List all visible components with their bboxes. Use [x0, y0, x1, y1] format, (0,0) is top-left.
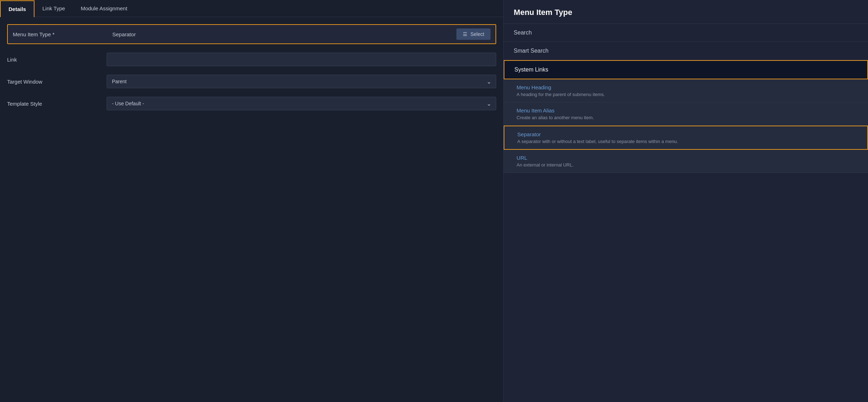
menu-category-system-links[interactable]: System Links [504, 60, 868, 79]
link-label: Link [7, 57, 107, 63]
target-window-select-wrap: Parent New Window Same Window [107, 75, 496, 88]
submenu-item-separator-title: Separator [517, 131, 857, 137]
template-style-row: Template Style - Use Default - Beez3 Ato… [7, 97, 496, 110]
menu-category-search[interactable]: Search [504, 24, 868, 42]
template-style-label: Template Style [7, 101, 107, 107]
menu-item-type-row: Menu Item Type * Separator ☰ Select [7, 24, 496, 44]
submenu-item-url[interactable]: URL An external or internal URL. [504, 150, 868, 173]
submenu-item-separator[interactable]: Separator A separator with or without a … [504, 126, 868, 150]
tabs-bar: Details Link Type Module Assignment [0, 0, 503, 17]
target-window-label: Target Window [7, 79, 107, 85]
select-button-label: Select [470, 31, 484, 37]
submenu-item-menu-item-alias[interactable]: Menu Item Alias Create an alias to anoth… [504, 102, 868, 126]
submenu-item-menu-item-alias-title: Menu Item Alias [516, 107, 858, 113]
submenu-item-separator-desc: A separator with or without a text label… [517, 139, 857, 144]
target-window-row: Target Window Parent New Window Same Win… [7, 75, 496, 88]
submenu-item-url-title: URL [516, 155, 858, 161]
template-style-select-wrap: - Use Default - Beez3 Atomic [107, 97, 496, 110]
submenu-item-menu-item-alias-desc: Create an alias to another menu item. [516, 115, 858, 120]
main-container: Details Link Type Module Assignment Menu… [0, 0, 868, 402]
tab-details[interactable]: Details [0, 0, 34, 17]
select-button[interactable]: ☰ Select [456, 28, 491, 40]
target-window-select[interactable]: Parent New Window Same Window [107, 75, 496, 88]
link-row: Link [7, 53, 496, 66]
left-panel: Details Link Type Module Assignment Menu… [0, 0, 503, 402]
submenu-item-menu-heading[interactable]: Menu Heading A heading for the parent of… [504, 79, 868, 102]
menu-item-type-value: Separator [112, 31, 456, 37]
link-input[interactable] [107, 53, 496, 66]
right-panel-title: Menu Item Type [504, 0, 868, 24]
submenu-system-links: Menu Heading A heading for the parent of… [504, 79, 868, 173]
menu-item-type-label: Menu Item Type * [13, 31, 112, 37]
menu-category-smart-search[interactable]: Smart Search [504, 42, 868, 60]
submenu-item-menu-heading-title: Menu Heading [516, 84, 858, 90]
list-icon: ☰ [463, 31, 467, 37]
link-input-wrap [107, 53, 496, 66]
tab-link-type[interactable]: Link Type [34, 0, 73, 16]
right-panel: Menu Item Type Search Smart Search Syste… [503, 0, 868, 402]
template-style-select[interactable]: - Use Default - Beez3 Atomic [107, 97, 496, 110]
submenu-item-url-desc: An external or internal URL. [516, 162, 858, 168]
tab-module-assignment[interactable]: Module Assignment [73, 0, 135, 16]
submenu-item-menu-heading-desc: A heading for the parent of submenu item… [516, 92, 858, 97]
